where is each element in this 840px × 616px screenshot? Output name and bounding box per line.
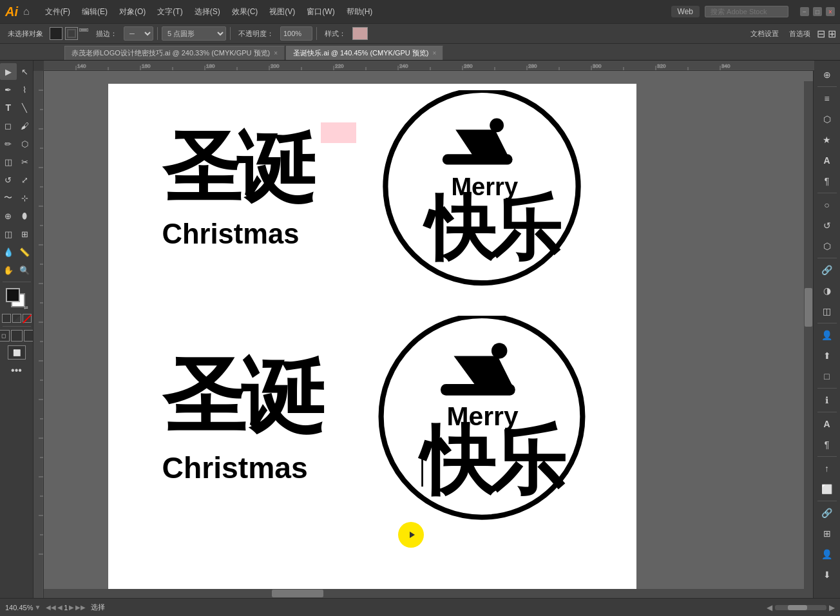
color-icon[interactable]: ◑ [818,282,836,300]
last-artboard-button[interactable]: ▶▶ [75,604,86,611]
menu-select[interactable]: 选择(S) [189,5,225,19]
menu-effect[interactable]: 效果(C) [227,5,263,19]
align-icon[interactable]: ⬡ [818,237,836,255]
tab-logo-design[interactable]: 赤茂老师LOGO设计绝密技巧.ai @ 240.33% (CMYK/GPU 预览… [64,46,285,60]
line-tool[interactable]: ╲ [17,99,33,116]
swap-colors-icon[interactable]: ⇄ [24,305,30,311]
workspace-button[interactable]: Web [671,6,700,17]
stroke-select[interactable]: ─ ── [124,26,153,41]
prev-artboard-button[interactable]: ◀ [57,604,62,611]
share-icon[interactable]: ⬜ [818,480,836,498]
zoom-dropdown-icon[interactable]: ▼ [34,604,41,611]
eraser-tool[interactable]: ◫ [0,153,17,170]
menu-file[interactable]: 文件(F) [40,5,75,19]
pencil-tool[interactable]: ✏ [0,135,17,152]
brush-select[interactable]: 5 点圆形 [162,26,226,41]
pen-tool[interactable]: ✒ [0,81,17,98]
first-artboard-button[interactable]: ◀◀ [46,604,56,611]
horizontal-scrollbar-thumb[interactable] [272,590,323,597]
menu-edit[interactable]: 编辑(E) [77,5,113,19]
stock-search-input[interactable] [705,6,788,17]
prefs-button[interactable]: 首选项 [785,28,814,40]
graphic-styles-icon[interactable]: □ [818,367,836,385]
properties-icon[interactable]: ≡ [818,90,836,108]
panels-toggle-icon[interactable]: ⊟ [817,28,825,40]
paintbrush-tool[interactable]: 🖌 [17,117,33,134]
tab-christmas-close[interactable]: × [433,50,437,57]
direct-select-tool[interactable]: ↖ [17,63,33,80]
maximize-button[interactable]: □ [813,7,822,16]
foreground-color-swatch[interactable] [6,288,20,302]
rotate-tool[interactable]: ↺ [0,171,17,188]
shaper-tool[interactable]: ⬡ [17,135,33,152]
brushes-icon[interactable]: ⬆ [818,347,836,365]
free-transform-tool[interactable]: ⊹ [17,189,33,206]
current-artboard[interactable]: 1 [64,604,68,611]
color-mode-icon[interactable] [2,314,11,323]
type-touch-icon[interactable]: ¶ [818,436,836,454]
libraries-icon[interactable]: ⊕ [818,66,836,84]
cloud-upload-icon[interactable]: ↑ [818,459,836,477]
font-icon[interactable]: A [818,415,836,433]
type-tool[interactable]: T [0,99,17,116]
horizontal-scrollbar[interactable] [44,589,804,598]
minimize-button[interactable]: − [800,7,809,16]
stroke-options[interactable] [79,28,90,39]
swatches-icon[interactable]: ★ [818,131,836,149]
blend-tool[interactable]: ⬮ [17,207,33,224]
info-icon[interactable]: ℹ [818,391,836,409]
menu-help[interactable]: 帮助(H) [341,5,378,19]
rectangle-tool[interactable]: ◻ [0,117,17,134]
paragraph-icon[interactable]: ¶ [818,172,836,190]
zoom-control[interactable]: 140.45% ▼ [5,604,41,611]
gradient-tool[interactable]: ◫ [0,226,17,242]
stroke-swatch[interactable] [65,27,78,40]
draw-inside-icon[interactable] [11,330,23,342]
menu-object[interactable]: 对象(O) [114,5,151,19]
none-mode-icon[interactable] [23,314,32,323]
user-icon[interactable]: 👤 [818,545,836,563]
menu-window[interactable]: 窗口(W) [301,5,339,19]
select-tool[interactable]: ▶ [0,63,17,80]
scroll-right-button[interactable]: ▶ [829,603,835,612]
menu-text[interactable]: 文字(T) [152,5,187,19]
canvas-area[interactable]: Merry 圣诞 快乐 Christmas [44,71,813,598]
layers-icon[interactable]: ⬡ [818,110,836,128]
puppet-warp-tool[interactable]: ⊕ [0,207,17,224]
measure-tool[interactable]: 📏 [17,244,33,260]
h-scroll-indicator[interactable] [775,605,826,610]
tab-christmas[interactable]: 圣诞快乐.ai @ 140.45% (CMYK/GPU 预览) × [286,46,443,60]
arrange-icon[interactable]: ⊞ [828,28,836,40]
mesh-tool[interactable]: ⊞ [17,226,33,242]
pathfinder-icon[interactable]: 🔗 [818,261,836,279]
symbols-icon[interactable]: 👤 [818,326,836,344]
h-scroll-thumb[interactable] [788,605,807,610]
home-icon[interactable]: ⌂ [23,6,30,17]
fill-swatch[interactable] [50,27,62,40]
draw-behind-icon[interactable] [24,330,34,342]
character-icon[interactable]: A [818,151,836,169]
vertical-scrollbar-thumb[interactable] [805,288,812,327]
hand-tool[interactable]: ✋ [0,262,17,278]
transform-icon[interactable]: ↺ [818,217,836,235]
doc-setup-button[interactable]: 文档设置 [747,28,783,40]
link-icon[interactable]: 🔗 [818,504,836,522]
more-tools-icon[interactable]: ••• [11,365,22,376]
appearance-icon[interactable]: ○ [818,196,836,214]
zoom-value[interactable]: 140.45% [5,604,33,611]
scale-tool[interactable]: ⤢ [17,171,33,188]
scissors-tool[interactable]: ✂ [17,153,33,170]
gradient-mode-icon[interactable] [12,314,21,323]
vertical-scrollbar[interactable] [804,81,813,598]
change-screen-mode-icon[interactable]: ⬜ [8,345,26,360]
next-artboard-button[interactable]: ▶ [69,604,74,611]
close-button[interactable]: × [826,7,835,16]
scroll-left-button[interactable]: ◀ [767,603,772,612]
opacity-input[interactable] [280,26,312,41]
warp-tool[interactable]: 〜 [0,189,17,206]
down-arrow-icon[interactable]: ⬇ [818,566,836,584]
style-swatch[interactable] [352,27,368,40]
zoom-tool[interactable]: 🔍 [17,262,33,278]
asset-export-icon[interactable]: ⊞ [818,525,836,543]
eyedropper-tool[interactable]: 💧 [0,244,17,260]
